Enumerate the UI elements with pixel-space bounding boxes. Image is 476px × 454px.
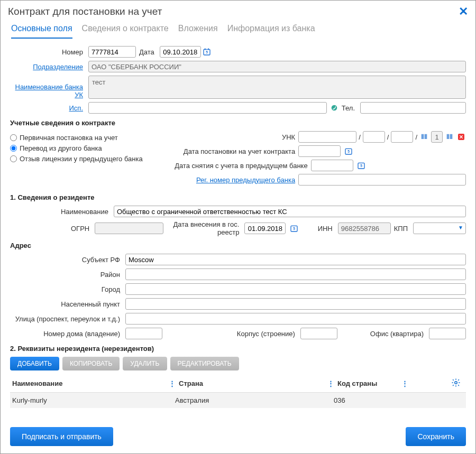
col-name[interactable]: Наименование <box>10 379 169 387</box>
regdate-label: Дата постановки на учет контракта <box>175 147 296 155</box>
regdate-input[interactable] <box>298 145 341 157</box>
chevron-down-icon[interactable]: ▼ <box>458 225 463 230</box>
svg-text:5: 5 <box>360 164 362 168</box>
inn-label: ИНН <box>318 225 335 233</box>
book-icon[interactable] <box>419 132 429 142</box>
deregdate-label: Дата снятия с учета в предыдущем банке <box>175 162 309 170</box>
city-label: Город <box>10 285 122 293</box>
grid-header: Наименование ⋮Страна ⋮Код страны ⋮ <box>10 375 466 393</box>
house-label: Номер дома (владение) <box>10 330 122 338</box>
office-input[interactable] <box>429 328 466 339</box>
unk-3[interactable] <box>391 131 413 143</box>
kpp-label: КПП <box>394 225 410 233</box>
unk-label: УНК <box>175 133 296 141</box>
resident-section: 1. Сведения о резиденте <box>10 193 466 201</box>
tab-attachments[interactable]: Вложения <box>178 21 218 39</box>
calendar-icon[interactable]: 5 <box>290 224 298 233</box>
division-input <box>88 61 466 72</box>
bank-uk-text: тест <box>88 76 466 99</box>
gear-icon[interactable] <box>451 378 466 389</box>
radio-primary[interactable]: Первичная постановка на учет <box>10 134 164 142</box>
settlement-label: Населенный пункт <box>10 300 122 308</box>
sign-send-button[interactable]: Подписать и отправить <box>10 427 113 446</box>
number-input[interactable] <box>88 46 136 58</box>
city-input[interactable] <box>125 283 466 295</box>
exec-input[interactable] <box>88 102 327 114</box>
radio-revoke[interactable]: Отзыв лицензии у предыдущего банка <box>10 155 164 163</box>
svg-point-4 <box>331 105 337 111</box>
settlement-input[interactable] <box>125 298 466 310</box>
calendar-icon[interactable]: 5 <box>356 161 366 170</box>
phone-input[interactable] <box>360 102 466 114</box>
division-link[interactable]: Подразделение <box>10 63 85 71</box>
close-icon[interactable]: ✕ <box>459 6 468 17</box>
house-input[interactable] <box>125 328 162 339</box>
svg-point-12 <box>455 382 457 384</box>
bank-uk-link[interactable]: Наименование банка УК <box>10 76 85 99</box>
col-code[interactable]: Код страны <box>337 379 377 387</box>
cell-country: Австралия <box>169 396 327 404</box>
exec-link[interactable]: Исп. <box>10 104 85 112</box>
tab-main[interactable]: Основные поля <box>11 21 72 39</box>
res-regdate-input[interactable] <box>244 223 286 234</box>
office-label: Офис (квартира) <box>370 330 426 338</box>
table-row[interactable]: Kurly-murly Австралия 036 <box>10 393 466 408</box>
drag-handle-icon[interactable]: ⋮ <box>327 379 337 387</box>
street-label: Улица (проспект, переулок и т.д.) <box>10 315 122 323</box>
svg-text:5: 5 <box>347 150 350 153</box>
acct-section-title: Учетные сведения о контракте <box>10 119 466 127</box>
cell-name: Kurly-murly <box>10 396 169 404</box>
svg-rect-1 <box>205 48 205 50</box>
phone-label: Тел. <box>342 104 357 112</box>
save-button[interactable]: Сохранить <box>406 427 466 446</box>
drag-handle-icon[interactable]: ⋮ <box>401 379 411 387</box>
svg-text:5: 5 <box>294 227 296 230</box>
district-label: Район <box>10 271 122 279</box>
street-input[interactable] <box>125 313 466 325</box>
calendar-icon[interactable]: 5 <box>202 47 212 57</box>
phone-icon <box>330 104 338 112</box>
res-name-input[interactable] <box>114 206 466 217</box>
drag-handle-icon[interactable]: ⋮ <box>169 379 179 387</box>
deregdate-input[interactable] <box>311 160 353 171</box>
ogrn-label: ОГРН <box>10 225 91 233</box>
tab-strip: Основные поля Сведения о контракте Вложе… <box>1 21 475 39</box>
unk-1[interactable] <box>298 131 356 143</box>
title-bar: Контракт для постановки на учет ✕ <box>1 1 475 21</box>
inn-input <box>338 223 391 234</box>
number-label: Номер <box>10 48 85 56</box>
building-input[interactable] <box>300 328 337 339</box>
svg-rect-2 <box>208 48 208 50</box>
date-input[interactable] <box>160 46 201 58</box>
delete-button[interactable]: УДАЛИТЬ <box>123 357 167 370</box>
delete-icon[interactable] <box>456 132 466 142</box>
book2-icon[interactable] <box>445 132 454 142</box>
prev-reg-link[interactable]: Рег. номер предыдущего банка <box>175 176 296 184</box>
building-label: Корпус (строение) <box>237 330 297 338</box>
edit-button[interactable]: РЕДАКТИРОВАТЬ <box>170 357 239 370</box>
res-name-label: Наименование <box>10 208 111 216</box>
footer: Подписать и отправить Сохранить <box>10 427 466 446</box>
subject-input[interactable] <box>125 254 466 265</box>
ogrn-input <box>95 223 163 234</box>
window-title: Контракт для постановки на учет <box>8 6 162 17</box>
date-label: Дата <box>139 48 157 56</box>
copy-button[interactable]: КОПИРОВАТЬ <box>62 357 120 370</box>
tab-contract-info[interactable]: Сведения о контракте <box>82 21 169 39</box>
nonres-section: 2. Реквизиты нерезидента (нерезидентов) <box>10 345 466 353</box>
svg-text:5: 5 <box>206 50 208 54</box>
calendar-icon[interactable]: 5 <box>344 146 353 156</box>
res-regdate-label: Дата внесения в гос. реестр <box>167 220 241 236</box>
address-section: Адрес <box>10 242 466 249</box>
form-body: Номер Дата 5 Подразделение Наименование … <box>1 39 475 415</box>
cell-code: 036 <box>327 396 401 404</box>
unk-2[interactable] <box>363 131 385 143</box>
tab-bank-info[interactable]: Информация из банка <box>227 21 315 39</box>
radio-transfer[interactable]: Перевод из другого банка <box>10 144 164 152</box>
add-button[interactable]: ДОБАВИТЬ <box>10 357 59 370</box>
contract-dialog: Контракт для постановки на учет ✕ Основн… <box>0 0 476 454</box>
district-input[interactable] <box>125 268 466 280</box>
col-country[interactable]: Страна <box>179 379 203 387</box>
unk-fixed <box>431 131 443 143</box>
prev-reg-input[interactable] <box>298 174 466 186</box>
